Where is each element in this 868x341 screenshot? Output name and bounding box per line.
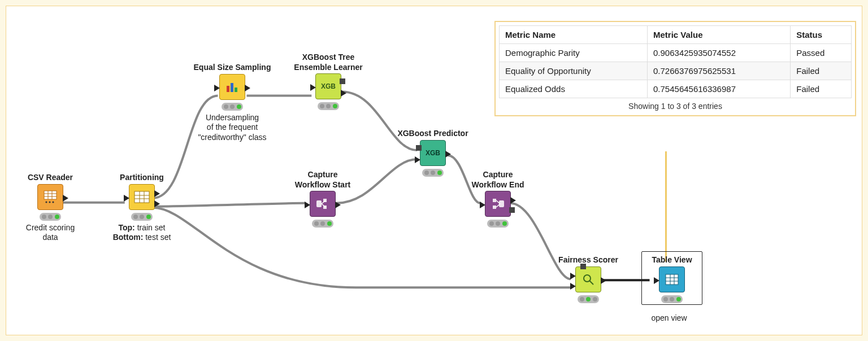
svg-line-23 — [589, 281, 593, 285]
xgb-learner-icon: XGB — [315, 73, 341, 99]
node-title: CSV Reader — [16, 173, 84, 183]
node-table-view[interactable]: Table View — [646, 255, 697, 303]
node-title: XGBoost TreeEnsemble Learner — [283, 53, 374, 72]
partitioning-icon — [129, 184, 155, 210]
capture-start-icon — [310, 191, 336, 217]
col-header: Status — [791, 26, 852, 44]
status-lights — [422, 169, 444, 177]
node-title: CaptureWorkflow End — [458, 170, 537, 190]
status-lights — [40, 213, 61, 221]
svg-point-5 — [45, 201, 47, 203]
fairness-scorer-icon — [575, 266, 601, 292]
svg-rect-14 — [231, 83, 233, 92]
node-subtitle: open view — [641, 313, 697, 323]
node-xgboost-learner[interactable]: XGBoost TreeEnsemble Learner XGB — [283, 53, 374, 111]
node-title: Table View — [646, 255, 697, 265]
node-title: Partitioning — [102, 173, 181, 183]
table-row: Equalized Odds0.7545645616336987Failed — [500, 80, 852, 98]
xgb-predictor-icon: XGB — [420, 140, 446, 166]
svg-rect-21 — [493, 206, 496, 209]
node-partitioning[interactable]: Partitioning Top: train setBottom: test … — [102, 173, 181, 243]
svg-point-7 — [52, 201, 54, 203]
sampling-icon — [219, 74, 245, 100]
status-lights — [318, 102, 339, 110]
table-row: Equality of Opportunity0.726637697562553… — [500, 62, 852, 80]
svg-rect-20 — [493, 199, 496, 202]
svg-rect-0 — [44, 191, 57, 199]
results-table: Metric Name Metric Value Status Demograp… — [499, 25, 852, 98]
svg-rect-13 — [227, 86, 229, 92]
svg-point-6 — [49, 201, 50, 203]
node-equal-size-sampling[interactable]: Equal Size Sampling Undersamplingof the … — [181, 63, 283, 142]
status-lights — [578, 295, 599, 303]
node-subtitle: Top: train setBottom: test set — [102, 223, 181, 243]
node-capture-start[interactable]: CaptureWorkflow Start — [283, 170, 362, 229]
status-lights — [312, 220, 333, 228]
node-title: Fairness Scorer — [549, 255, 628, 265]
table-view-icon — [659, 266, 685, 292]
svg-rect-24 — [666, 274, 678, 285]
status-lights — [131, 213, 153, 221]
node-subtitle: Credit scoringdata — [16, 223, 84, 243]
status-lights — [487, 220, 509, 228]
svg-rect-16 — [316, 200, 322, 207]
node-title: XGBoost Predictor — [390, 129, 475, 139]
node-selection-box: Table View — [641, 251, 702, 305]
node-title: Equal Size Sampling — [181, 63, 283, 73]
col-header: Metric Value — [648, 26, 791, 44]
node-fairness-scorer[interactable]: Fairness Scorer — [549, 255, 628, 304]
node-capture-end[interactable]: CaptureWorkflow End — [458, 170, 537, 229]
node-csv-reader[interactable]: CSV Reader Credit scoringdata — [16, 173, 84, 243]
node-title: CaptureWorkflow Start — [283, 170, 362, 190]
results-footer: Showing 1 to 3 of 3 entries — [499, 98, 852, 112]
table-row: Demographic Parity0.9063425935074552Pass… — [500, 44, 852, 62]
svg-rect-8 — [134, 191, 149, 203]
status-lights — [661, 295, 683, 303]
svg-rect-15 — [235, 88, 237, 92]
csv-reader-icon — [37, 184, 63, 210]
capture-end-icon — [485, 191, 511, 217]
node-subtitle: Undersamplingof the frequent"creditworth… — [181, 113, 283, 143]
results-popover: Metric Name Metric Value Status Demograp… — [494, 21, 856, 116]
col-header: Metric Name — [500, 26, 648, 44]
status-lights — [222, 103, 243, 111]
